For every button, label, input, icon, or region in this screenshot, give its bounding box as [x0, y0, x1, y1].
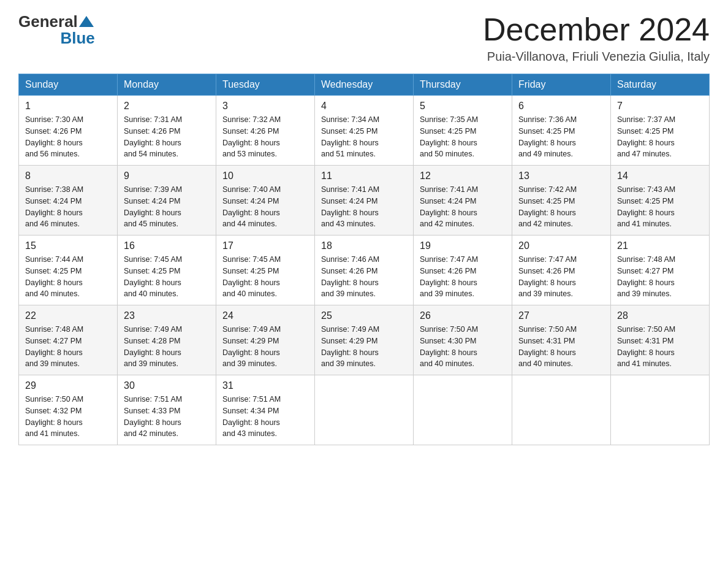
- calendar-cell: 14 Sunrise: 7:43 AM Sunset: 4:25 PM Dayl…: [611, 166, 710, 236]
- month-title: December 2024: [483, 12, 710, 47]
- day-info: Sunrise: 7:41 AM Sunset: 4:24 PM Dayligh…: [420, 184, 506, 230]
- day-info: Sunrise: 7:46 AM Sunset: 4:26 PM Dayligh…: [321, 254, 407, 300]
- calendar-header: SundayMondayTuesdayWednesdayThursdayFrid…: [19, 74, 710, 96]
- weekday-header-wednesday: Wednesday: [315, 74, 414, 96]
- calendar-cell: 9 Sunrise: 7:39 AM Sunset: 4:24 PM Dayli…: [118, 166, 216, 236]
- day-info: Sunrise: 7:39 AM Sunset: 4:24 PM Dayligh…: [124, 184, 210, 230]
- calendar-week-row: 1 Sunrise: 7:30 AM Sunset: 4:26 PM Dayli…: [19, 96, 710, 166]
- day-number: 17: [222, 240, 308, 251]
- location-title: Puia-Villanova, Friuli Venezia Giulia, I…: [483, 50, 710, 64]
- calendar-cell: 25 Sunrise: 7:49 AM Sunset: 4:29 PM Dayl…: [315, 305, 414, 375]
- calendar-cell: 24 Sunrise: 7:49 AM Sunset: 4:29 PM Dayl…: [216, 305, 315, 375]
- calendar-cell: 29 Sunrise: 7:50 AM Sunset: 4:32 PM Dayl…: [19, 375, 118, 445]
- day-info: Sunrise: 7:42 AM Sunset: 4:25 PM Dayligh…: [518, 184, 604, 230]
- day-number: 29: [25, 380, 111, 391]
- day-info: Sunrise: 7:47 AM Sunset: 4:26 PM Dayligh…: [420, 254, 506, 300]
- calendar-cell: 26 Sunrise: 7:50 AM Sunset: 4:30 PM Dayl…: [414, 305, 512, 375]
- calendar-cell: 10 Sunrise: 7:40 AM Sunset: 4:24 PM Dayl…: [216, 166, 315, 236]
- calendar-cell: 5 Sunrise: 7:35 AM Sunset: 4:25 PM Dayli…: [414, 96, 512, 166]
- page-header: General Blue December 2024 Puia-Villanov…: [18, 12, 710, 64]
- day-number: 22: [25, 310, 111, 321]
- day-info: Sunrise: 7:50 AM Sunset: 4:31 PM Dayligh…: [617, 324, 703, 370]
- day-info: Sunrise: 7:48 AM Sunset: 4:27 PM Dayligh…: [25, 324, 111, 370]
- calendar-cell: [315, 375, 414, 445]
- calendar-cell: 27 Sunrise: 7:50 AM Sunset: 4:31 PM Dayl…: [512, 305, 611, 375]
- day-number: 18: [321, 240, 407, 251]
- day-info: Sunrise: 7:48 AM Sunset: 4:27 PM Dayligh…: [617, 254, 703, 300]
- day-info: Sunrise: 7:36 AM Sunset: 4:25 PM Dayligh…: [518, 114, 604, 160]
- day-number: 23: [124, 310, 210, 321]
- day-number: 12: [420, 170, 506, 182]
- day-info: Sunrise: 7:49 AM Sunset: 4:28 PM Dayligh…: [124, 324, 210, 370]
- day-info: Sunrise: 7:44 AM Sunset: 4:25 PM Dayligh…: [25, 254, 111, 300]
- day-number: 4: [321, 101, 407, 112]
- weekday-header-monday: Monday: [118, 74, 216, 96]
- day-number: 5: [420, 101, 506, 112]
- calendar-body: 1 Sunrise: 7:30 AM Sunset: 4:26 PM Dayli…: [19, 96, 710, 445]
- day-info: Sunrise: 7:40 AM Sunset: 4:24 PM Dayligh…: [222, 184, 308, 230]
- day-info: Sunrise: 7:35 AM Sunset: 4:25 PM Dayligh…: [420, 114, 506, 160]
- day-number: 13: [518, 170, 604, 182]
- calendar-cell: 16 Sunrise: 7:45 AM Sunset: 4:25 PM Dayl…: [118, 236, 216, 305]
- calendar-table: SundayMondayTuesdayWednesdayThursdayFrid…: [18, 74, 710, 445]
- calendar-cell: 7 Sunrise: 7:37 AM Sunset: 4:25 PM Dayli…: [611, 96, 710, 166]
- day-info: Sunrise: 7:51 AM Sunset: 4:34 PM Dayligh…: [222, 394, 308, 440]
- day-info: Sunrise: 7:31 AM Sunset: 4:26 PM Dayligh…: [124, 114, 210, 160]
- calendar-week-row: 15 Sunrise: 7:44 AM Sunset: 4:25 PM Dayl…: [19, 236, 710, 305]
- calendar-cell: [414, 375, 512, 445]
- calendar-cell: 18 Sunrise: 7:46 AM Sunset: 4:26 PM Dayl…: [315, 236, 414, 305]
- calendar-cell: 6 Sunrise: 7:36 AM Sunset: 4:25 PM Dayli…: [512, 96, 611, 166]
- day-number: 30: [124, 380, 210, 391]
- day-number: 31: [222, 380, 308, 391]
- day-info: Sunrise: 7:34 AM Sunset: 4:25 PM Dayligh…: [321, 114, 407, 160]
- calendar-cell: 31 Sunrise: 7:51 AM Sunset: 4:34 PM Dayl…: [216, 375, 315, 445]
- calendar-cell: 21 Sunrise: 7:48 AM Sunset: 4:27 PM Dayl…: [611, 236, 710, 305]
- day-number: 20: [518, 240, 604, 251]
- weekday-header-saturday: Saturday: [611, 74, 710, 96]
- logo-blue: Blue: [60, 29, 94, 47]
- title-section: December 2024 Puia-Villanova, Friuli Ven…: [483, 12, 710, 64]
- calendar-cell: 13 Sunrise: 7:42 AM Sunset: 4:25 PM Dayl…: [512, 166, 611, 236]
- weekday-header-tuesday: Tuesday: [216, 74, 315, 96]
- day-info: Sunrise: 7:37 AM Sunset: 4:25 PM Dayligh…: [617, 114, 703, 160]
- day-info: Sunrise: 7:32 AM Sunset: 4:26 PM Dayligh…: [222, 114, 308, 160]
- day-info: Sunrise: 7:43 AM Sunset: 4:25 PM Dayligh…: [617, 184, 703, 230]
- day-number: 15: [25, 240, 111, 251]
- weekday-header-friday: Friday: [512, 74, 611, 96]
- day-number: 24: [222, 310, 308, 321]
- calendar-cell: [512, 375, 611, 445]
- calendar-cell: [611, 375, 710, 445]
- calendar-cell: 2 Sunrise: 7:31 AM Sunset: 4:26 PM Dayli…: [118, 96, 216, 166]
- day-number: 26: [420, 310, 506, 321]
- day-number: 2: [124, 101, 210, 112]
- day-info: Sunrise: 7:50 AM Sunset: 4:32 PM Dayligh…: [25, 394, 111, 440]
- logo-triangle-icon: [78, 13, 95, 31]
- day-info: Sunrise: 7:50 AM Sunset: 4:31 PM Dayligh…: [518, 324, 604, 370]
- day-number: 6: [518, 101, 604, 112]
- day-info: Sunrise: 7:41 AM Sunset: 4:24 PM Dayligh…: [321, 184, 407, 230]
- calendar-cell: 4 Sunrise: 7:34 AM Sunset: 4:25 PM Dayli…: [315, 96, 414, 166]
- day-info: Sunrise: 7:50 AM Sunset: 4:30 PM Dayligh…: [420, 324, 506, 370]
- day-number: 9: [124, 170, 210, 182]
- calendar-week-row: 8 Sunrise: 7:38 AM Sunset: 4:24 PM Dayli…: [19, 166, 710, 236]
- calendar-cell: 20 Sunrise: 7:47 AM Sunset: 4:26 PM Dayl…: [512, 236, 611, 305]
- day-info: Sunrise: 7:30 AM Sunset: 4:26 PM Dayligh…: [25, 114, 111, 160]
- day-number: 3: [222, 101, 308, 112]
- calendar-cell: 28 Sunrise: 7:50 AM Sunset: 4:31 PM Dayl…: [611, 305, 710, 375]
- calendar-cell: 22 Sunrise: 7:48 AM Sunset: 4:27 PM Dayl…: [19, 305, 118, 375]
- day-info: Sunrise: 7:49 AM Sunset: 4:29 PM Dayligh…: [321, 324, 407, 370]
- calendar-cell: 15 Sunrise: 7:44 AM Sunset: 4:25 PM Dayl…: [19, 236, 118, 305]
- calendar-cell: 17 Sunrise: 7:45 AM Sunset: 4:25 PM Dayl…: [216, 236, 315, 305]
- calendar-cell: 8 Sunrise: 7:38 AM Sunset: 4:24 PM Dayli…: [19, 166, 118, 236]
- day-number: 1: [25, 101, 111, 112]
- logo: General Blue: [18, 12, 95, 48]
- day-info: Sunrise: 7:45 AM Sunset: 4:25 PM Dayligh…: [222, 254, 308, 300]
- calendar-cell: 3 Sunrise: 7:32 AM Sunset: 4:26 PM Dayli…: [216, 96, 315, 166]
- weekday-header-sunday: Sunday: [19, 74, 118, 96]
- day-number: 14: [617, 170, 703, 182]
- day-info: Sunrise: 7:38 AM Sunset: 4:24 PM Dayligh…: [25, 184, 111, 230]
- day-number: 16: [124, 240, 210, 251]
- day-number: 8: [25, 170, 111, 182]
- day-number: 25: [321, 310, 407, 321]
- calendar-cell: 23 Sunrise: 7:49 AM Sunset: 4:28 PM Dayl…: [118, 305, 216, 375]
